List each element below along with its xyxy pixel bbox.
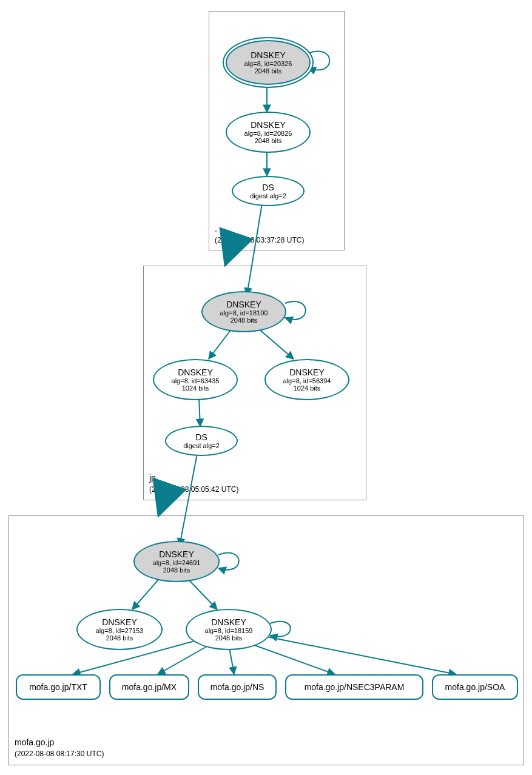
node-bits: 2048 bits bbox=[255, 137, 282, 144]
record-mx: mofa.go.jp/MX bbox=[109, 674, 189, 700]
node-type: DNSKEY bbox=[251, 50, 286, 60]
node-bits: 1024 bits bbox=[182, 384, 209, 392]
node-alg: alg=8, id=27153 bbox=[96, 627, 144, 634]
record-ns: mofa.go.jp/NS bbox=[198, 674, 277, 700]
node-bits: 2048 bits bbox=[163, 566, 190, 574]
node-jp-zsk2: DNSKEY alg=8, id=56394 1024 bits bbox=[264, 359, 349, 400]
node-alg: alg=8, id=24691 bbox=[153, 559, 201, 566]
zone-name: jp bbox=[149, 473, 156, 483]
zone-name: mofa.go.jp bbox=[15, 737, 54, 747]
node-type: DS bbox=[195, 432, 207, 442]
zone-timestamp: (2022-08-08 05:05:42 UTC) bbox=[149, 485, 238, 494]
node-alg: alg=8, id=56394 bbox=[283, 377, 331, 384]
node-type: DNSKEY bbox=[178, 367, 213, 377]
node-type: DNSKEY bbox=[102, 617, 137, 627]
node-type: DS bbox=[262, 183, 274, 192]
node-type: DNSKEY bbox=[226, 300, 261, 309]
node-alg: alg=8, id=63435 bbox=[172, 377, 220, 384]
node-mofa-zsk2: DNSKEY alg=8, id=18159 2048 bits bbox=[186, 609, 272, 650]
node-bits: 2048 bits bbox=[231, 317, 258, 324]
zone-timestamp: (2022-08-08 08:17:30 UTC) bbox=[15, 750, 104, 758]
record-soa: mofa.go.jp/SOA bbox=[432, 674, 518, 700]
node-bits: 2048 bits bbox=[106, 634, 133, 642]
node-root-zsk: DNSKEY alg=8, id=20826 2048 bits bbox=[226, 112, 311, 153]
node-type: DNSKEY bbox=[251, 120, 286, 130]
record-txt: mofa.go.jp/TXT bbox=[16, 674, 101, 700]
node-alg: digest alg=2 bbox=[250, 192, 286, 200]
node-mofa-ksk: DNSKEY alg=8, id=24691 2048 bits bbox=[133, 541, 220, 582]
node-jp-ksk: DNSKEY alg=8, id=18100 2048 bits bbox=[201, 291, 286, 332]
zone-timestamp: (2022-08-08 03:37:28 UTC) bbox=[215, 236, 304, 244]
node-root-ksk: DNSKEY alg=8, id=20326 2048 bits bbox=[226, 40, 311, 85]
record-nsec3param: mofa.go.jp/NSEC3PARAM bbox=[285, 674, 423, 700]
node-jp-ds: DS digest alg=2 bbox=[165, 426, 238, 456]
node-mofa-zsk1: DNSKEY alg=8, id=27153 2048 bits bbox=[76, 609, 163, 650]
zone-name: . bbox=[215, 224, 217, 233]
zone-mofa-label: mofa.go.jp (2022-08-08 08:17:30 UTC) bbox=[15, 737, 104, 759]
node-bits: 2048 bits bbox=[255, 67, 282, 75]
node-root-ds: DS digest alg=2 bbox=[232, 176, 305, 206]
node-alg: digest alg=2 bbox=[183, 442, 220, 449]
zone-jp-label: jp (2022-08-08 05:05:42 UTC) bbox=[149, 472, 238, 495]
node-bits: 2048 bits bbox=[215, 634, 243, 642]
node-alg: alg=8, id=18100 bbox=[220, 309, 268, 317]
node-alg: alg=8, id=20326 bbox=[244, 60, 292, 67]
node-jp-zsk1: DNSKEY alg=8, id=63435 1024 bits bbox=[153, 359, 238, 400]
node-type: DNSKEY bbox=[159, 549, 194, 559]
node-type: DNSKEY bbox=[211, 617, 246, 627]
node-alg: alg=8, id=20826 bbox=[244, 130, 292, 137]
node-bits: 1024 bits bbox=[294, 384, 321, 392]
node-alg: alg=8, id=18159 bbox=[205, 627, 253, 634]
node-type: DNSKEY bbox=[289, 367, 325, 377]
zone-root-label: . (2022-08-08 03:37:28 UTC) bbox=[215, 223, 304, 246]
